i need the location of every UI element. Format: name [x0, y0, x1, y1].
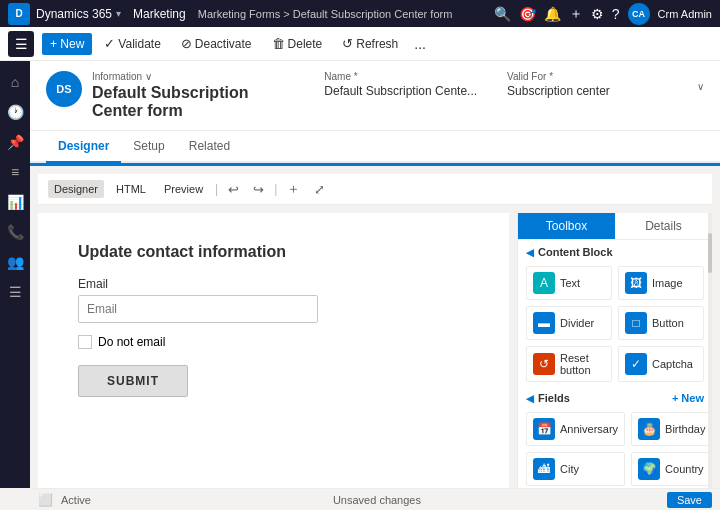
toolbox-city[interactable]: 🏙 City — [526, 452, 625, 486]
new-field-link[interactable]: + New — [672, 392, 704, 404]
left-sidebar: ⌂ 🕐 📌 ≡ 📊 📞 👥 ☰ — [0, 61, 30, 488]
toolbox-tab-toolbox[interactable]: Toolbox — [518, 213, 615, 239]
tab-designer[interactable]: Designer — [46, 131, 121, 163]
canvas-do-not-email-checkbox[interactable] — [78, 335, 92, 349]
status-indicator-icon: ⬜ — [38, 493, 53, 507]
nav-section[interactable]: Marketing — [133, 7, 186, 21]
button-label: Button — [652, 317, 684, 329]
sidebar-menu-icon[interactable]: ☰ — [2, 279, 28, 305]
sub-tab-designer[interactable]: Designer — [48, 180, 104, 198]
form-header: DS Information ∨ Default Subscription Ce… — [30, 61, 720, 131]
designer-area: Update contact information Email Do not … — [30, 205, 720, 488]
new-button[interactable]: + New — [42, 33, 92, 55]
button-icon: □ — [625, 312, 647, 334]
content-block-section: ◀ Content Block — [518, 240, 712, 262]
toolbox-reset-button[interactable]: ↺ Reset button — [526, 346, 612, 382]
app-name: Dynamics 365 — [36, 7, 112, 21]
hamburger-icon[interactable]: ☰ — [8, 31, 34, 57]
designer-container: Designer HTML Preview | ↩ ↪ | ＋ ⤢ — [38, 174, 712, 205]
sidebar-phone-icon[interactable]: 📞 — [2, 219, 28, 245]
toolbox-birthday[interactable]: 🎂 Birthday — [631, 412, 712, 446]
toolbox-tab-details[interactable]: Details — [615, 213, 712, 239]
captcha-label: Captcha — [652, 358, 693, 370]
main-content: DS Information ∨ Default Subscription Ce… — [30, 61, 720, 488]
redo-icon[interactable]: ↪ — [249, 180, 268, 199]
validate-icon: ✓ — [104, 36, 115, 51]
more-options-button[interactable]: ... — [410, 32, 430, 56]
canvas-checkbox-row: Do not email — [78, 335, 469, 349]
settings-icon[interactable]: ⚙ — [591, 6, 604, 22]
toolbox-image[interactable]: 🖼 Image — [618, 266, 704, 300]
form-validfor-label: Valid For * — [507, 71, 610, 82]
content-block-arrow-icon[interactable]: ◀ — [526, 247, 534, 258]
delete-button[interactable]: 🗑 Delete — [264, 32, 331, 55]
toolbox-country[interactable]: 🌍 Country — [631, 452, 712, 486]
toolbox-text[interactable]: A Text — [526, 266, 612, 300]
user-avatar[interactable]: CA — [628, 3, 650, 25]
country-icon: 🌍 — [638, 458, 660, 480]
sidebar-users-icon[interactable]: 👥 — [2, 249, 28, 275]
reset-label: Reset button — [560, 352, 605, 376]
form-fields-row: Name * Default Subscription Cente... Val… — [324, 71, 697, 98]
validate-button[interactable]: ✓ Validate — [96, 32, 168, 55]
dynamics-logo: D — [8, 3, 30, 25]
canvas-content: Update contact information Email Do not … — [38, 213, 509, 427]
add-icon[interactable]: ＋ — [283, 178, 304, 200]
plus-icon[interactable]: ＋ — [569, 5, 583, 23]
deactivate-icon: ⊘ — [181, 36, 192, 51]
sidebar-home-icon[interactable]: ⌂ — [2, 69, 28, 95]
sub-toolbar: Designer HTML Preview | ↩ ↪ | ＋ ⤢ — [38, 174, 712, 205]
top-nav-icons: 🔍 🎯 🔔 ＋ ⚙ ? CA Crm Admin — [494, 3, 712, 25]
form-name-value[interactable]: Default Subscription Cente... — [324, 84, 477, 98]
undo-icon[interactable]: ↩ — [224, 180, 243, 199]
expand-icon[interactable]: ⤢ — [310, 180, 329, 199]
main-toolbar: ☰ + New ✓ Validate ⊘ Deactivate 🗑 Delete… — [0, 27, 720, 61]
toolbox-tabs: Toolbox Details — [518, 213, 712, 240]
toolbox-button[interactable]: □ Button — [618, 306, 704, 340]
tab-setup[interactable]: Setup — [121, 131, 176, 163]
canvas-email-label: Email — [78, 277, 469, 291]
fields-section: ◀ Fields + New — [518, 386, 712, 408]
canvas-submit-button[interactable]: SUBMIT — [78, 365, 188, 397]
sidebar-recent-icon[interactable]: 🕐 — [2, 99, 28, 125]
help-icon[interactable]: ? — [612, 6, 620, 22]
sidebar-pin-icon[interactable]: 📌 — [2, 129, 28, 155]
birthday-label: Birthday — [665, 423, 705, 435]
sub-tab-preview[interactable]: Preview — [158, 180, 209, 198]
sidebar-chart-icon[interactable]: 📊 — [2, 189, 28, 215]
text-icon: A — [533, 272, 555, 294]
refresh-icon: ↺ — [342, 36, 353, 51]
toolbox-scrollbar — [708, 213, 712, 488]
refresh-button[interactable]: ↺ Refresh — [334, 32, 406, 55]
toolbox-anniversary[interactable]: 📅 Anniversary — [526, 412, 625, 446]
canvas-area[interactable]: Update contact information Email Do not … — [38, 213, 509, 488]
form-info-label: Information ∨ — [92, 71, 278, 82]
header-expand-icon[interactable]: ∨ — [697, 81, 704, 92]
top-nav-bar: D Dynamics 365 ▾ Marketing Marketing For… — [0, 0, 720, 27]
bell-icon[interactable]: 🔔 — [544, 6, 561, 22]
app-chevron-icon[interactable]: ▾ — [116, 8, 121, 19]
toolbox-captcha[interactable]: ✓ Captcha — [618, 346, 704, 382]
content-block-grid: A Text 🖼 Image ▬ Divider □ Button ↺ R — [518, 262, 712, 386]
deactivate-button[interactable]: ⊘ Deactivate — [173, 32, 260, 55]
sidebar-list-icon[interactable]: ≡ — [2, 159, 28, 185]
status-bar: ⬜ Active Unsaved changes Save — [30, 488, 720, 510]
unsaved-changes-text: Unsaved changes — [333, 494, 421, 506]
save-button[interactable]: Save — [667, 492, 712, 508]
content-block-label: Content Block — [538, 246, 613, 258]
form-validfor-value[interactable]: Subscription center — [507, 84, 610, 98]
fields-label: Fields — [538, 392, 570, 404]
image-icon: 🖼 — [625, 272, 647, 294]
search-icon[interactable]: 🔍 — [494, 6, 511, 22]
fields-arrow-icon[interactable]: ◀ — [526, 393, 534, 404]
form-name-group: Name * Default Subscription Cente... — [324, 71, 477, 98]
canvas-email-input[interactable] — [78, 295, 318, 323]
tab-related[interactable]: Related — [177, 131, 242, 163]
target-icon[interactable]: 🎯 — [519, 6, 536, 22]
sub-tab-html[interactable]: HTML — [110, 180, 152, 198]
birthday-icon: 🎂 — [638, 418, 660, 440]
country-label: Country — [665, 463, 704, 475]
toolbox-divider[interactable]: ▬ Divider — [526, 306, 612, 340]
crm-admin-label[interactable]: Crm Admin — [658, 8, 712, 20]
tabs-bar: Designer Setup Related — [30, 131, 720, 163]
